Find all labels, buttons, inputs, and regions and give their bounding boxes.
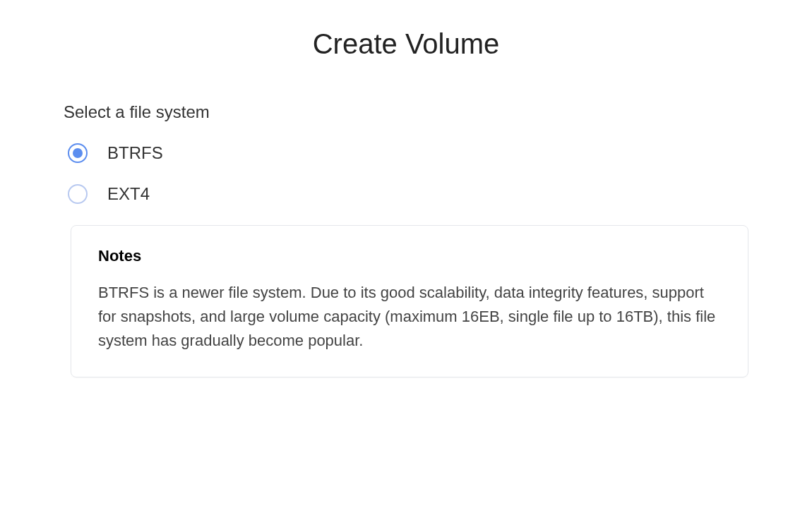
radio-label-ext4: EXT4 bbox=[107, 184, 150, 204]
notes-body: BTRFS is a newer file system. Due to its… bbox=[98, 281, 721, 353]
radio-option-btrfs[interactable]: BTRFS bbox=[64, 143, 748, 163]
radio-selected-dot bbox=[73, 148, 83, 158]
page-title: Create Volume bbox=[64, 28, 748, 60]
radio-label-btrfs: BTRFS bbox=[107, 143, 163, 163]
notes-heading: Notes bbox=[98, 247, 721, 265]
radio-icon bbox=[68, 143, 88, 163]
notes-card: Notes BTRFS is a newer file system. Due … bbox=[71, 225, 748, 377]
radio-option-ext4[interactable]: EXT4 bbox=[64, 184, 748, 204]
radio-icon bbox=[68, 184, 88, 204]
filesystem-section-label: Select a file system bbox=[64, 102, 748, 122]
